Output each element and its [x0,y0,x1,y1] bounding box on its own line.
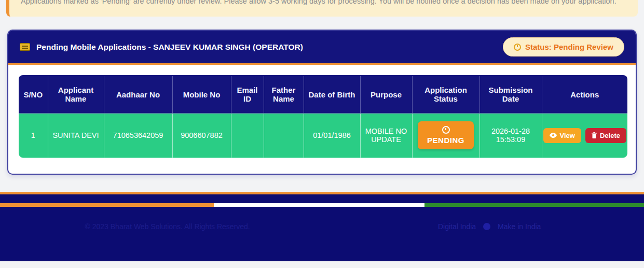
tricolor-green-segment [424,203,644,207]
table-row: 1 SUNITA DEVI 710653642059 9006607882 01… [19,113,627,158]
card-header: Pending Mobile Applications - SANJEEV KU… [8,31,636,65]
pending-badge-text: PENDING [427,136,464,145]
applications-table: S/NO Applicant Name Aadhaar No Mobile No… [19,75,627,158]
pending-status-badge: PENDING [418,121,474,149]
make-in-india-label: Make in India [498,222,541,231]
india-tricolor-stripe [0,203,644,207]
alert-text: Applications marked as 'Pending' are cur… [21,0,616,5]
cell-applicant-name: SUNITA DEVI [48,113,104,158]
copyright-text: © 2023 Bharat Web Solutions. All Rights … [0,222,335,231]
delete-button[interactable]: Delete [585,128,626,143]
col-header-date-of-birth: Date of Birth [304,76,360,113]
cell-application-status: PENDING [412,113,479,158]
cell-mobile-no: 9006607882 [172,113,231,158]
col-header-mobile-no: Mobile No [172,76,231,113]
footer: © 2023 Bharat Web Solutions. All Rights … [0,192,644,261]
cell-date-of-birth: 01/01/1986 [304,113,360,158]
table-header-row: S/NO Applicant Name Aadhaar No Mobile No… [19,76,627,113]
col-header-actions: Actions [542,76,627,113]
cell-purpose: MOBILE NO UPDATE [360,113,412,158]
separator-dot-icon [483,223,490,230]
col-header-father-name: Father Name [264,76,304,113]
col-header-purpose: Purpose [360,76,412,113]
col-header-applicant-name: Applicant Name [48,76,104,113]
pending-applications-card: Pending Mobile Applications - SANJEEV KU… [7,30,637,175]
tricolor-saffron-segment [0,203,214,207]
card-body: S/NO Applicant Name Aadhaar No Mobile No… [8,65,636,174]
footer-links: Digital India Make in India [335,222,644,231]
view-button-label: View [560,132,575,139]
status-badge-text: Status: Pending Review [525,43,613,51]
col-header-sno: S/NO [19,76,48,113]
col-header-submission-date: Submission Date [479,76,542,113]
tricolor-white-segment [214,203,424,207]
card-title-text: Pending Mobile Applications - SANJEEV KU… [36,43,303,52]
clock-icon [514,44,521,51]
card-title: Pending Mobile Applications - SANJEEV KU… [20,43,303,52]
cell-aadhaar-no: 710653642059 [104,113,172,158]
col-header-application-status: Application Status [412,76,479,113]
cell-submission-date: 2026-01-28 15:53:09 [479,113,542,158]
trash-icon [592,132,597,138]
view-button[interactable]: View [543,128,581,143]
col-header-email-id: Email ID [231,76,264,113]
clock-icon [442,126,450,134]
status-pending-review-badge: Status: Pending Review [503,37,624,57]
delete-button-label: Delete [600,132,620,139]
list-icon [20,43,30,51]
col-header-aadhaar-no: Aadhaar No [104,76,172,113]
cell-actions: View Delete [542,113,627,158]
eye-icon [550,133,557,138]
cell-father-name [264,113,304,158]
pending-info-alert: Applications marked as 'Pending' are cur… [6,0,638,17]
digital-india-label: Digital India [438,222,476,231]
footer-text-row: © 2023 Bharat Web Solutions. All Rights … [0,222,644,231]
cell-email-id [231,113,264,158]
cell-sno: 1 [19,113,48,158]
